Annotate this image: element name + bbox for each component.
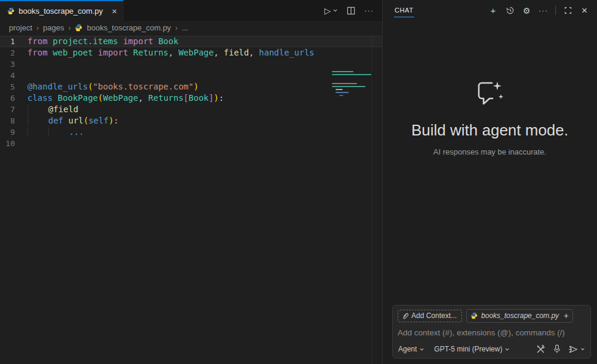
- send-icon: [568, 345, 578, 354]
- code-line[interactable]: 5@handle_urls("books.toscrape.com"): [0, 81, 382, 92]
- line-number: 8: [0, 115, 27, 127]
- maximize-panel-button[interactable]: [561, 4, 574, 17]
- input-action-icons: [536, 344, 585, 354]
- editor-pane: books_toscrape_com.py × ▷ ···: [0, 0, 382, 364]
- empty-state-heading: Build with agent mode.: [383, 121, 597, 140]
- expand-icon: [564, 7, 572, 14]
- close-panel-button[interactable]: ×: [578, 4, 591, 17]
- context-row: Add Context... books_toscrape_com.py +: [398, 309, 586, 323]
- breadcrumb-pages[interactable]: pages: [43, 23, 64, 32]
- run-python-file-button[interactable]: ▷: [324, 6, 338, 16]
- line-number: 10: [0, 138, 27, 149]
- chat-header-actions: + ⚙ ···: [487, 4, 591, 17]
- mode-picker-label: Agent: [398, 345, 417, 353]
- breadcrumb-filename[interactable]: books_toscrape_com.py: [87, 23, 171, 32]
- split-editor-icon: [347, 7, 355, 15]
- chat-prompt-input[interactable]: Add context (#), extensions (@), command…: [398, 328, 586, 337]
- minimap[interactable]: [332, 71, 373, 101]
- code-editor[interactable]: 1from project.items import Book2from web…: [0, 35, 382, 149]
- chat-history-button[interactable]: [503, 4, 516, 17]
- chat-settings-button[interactable]: ⚙: [520, 4, 533, 17]
- code-line[interactable]: 9 ...: [0, 127, 382, 138]
- line-number: 6: [0, 92, 27, 104]
- tab-chat[interactable]: CHAT: [394, 4, 414, 17]
- tab-close-icon[interactable]: ×: [112, 7, 117, 16]
- code-line[interactable]: 3: [0, 58, 382, 70]
- divider: [555, 6, 556, 15]
- chat-header: CHAT + ⚙ ···: [383, 0, 597, 21]
- breadcrumb: project › pages › books_toscrape_com.py …: [0, 21, 382, 35]
- breadcrumb-separator: ›: [175, 24, 177, 32]
- model-picker-label: GPT-5 mini (Preview): [434, 345, 502, 353]
- line-number: 1: [0, 36, 27, 47]
- code-line[interactable]: 8 def url(self):: [0, 115, 382, 127]
- line-number: 2: [0, 47, 27, 58]
- breadcrumb-separator: ›: [68, 24, 70, 32]
- chat-input-box[interactable]: Add Context... books_toscrape_com.py + A…: [392, 305, 591, 359]
- tools-icon: [536, 344, 546, 354]
- code-lines: 1from project.items import Book2from web…: [0, 36, 382, 149]
- tab-label: books_toscrape_com.py: [19, 7, 103, 16]
- breadcrumb-symbol[interactable]: ...: [181, 23, 188, 32]
- breadcrumb-project[interactable]: project: [9, 23, 32, 32]
- editor-scrollbar[interactable]: [371, 35, 372, 364]
- code-line[interactable]: 10: [0, 138, 382, 149]
- mode-picker[interactable]: Agent: [398, 345, 424, 353]
- editor-actions: ▷ ···: [324, 0, 374, 21]
- chevron-down-icon: [333, 8, 338, 13]
- plus-icon: +: [491, 5, 496, 16]
- code-line[interactable]: 1from project.items import Book: [0, 36, 382, 47]
- add-context-button[interactable]: Add Context...: [398, 310, 462, 322]
- vscode-window: books_toscrape_com.py × ▷ ···: [0, 0, 597, 364]
- line-number: 9: [0, 127, 27, 138]
- chat-panel: CHAT + ⚙ ···: [382, 0, 597, 364]
- chat-more-actions-button[interactable]: ···: [537, 4, 550, 17]
- chat-empty-state: Build with agent mode. AI responses may …: [383, 78, 597, 156]
- microphone-icon: [553, 344, 561, 354]
- model-picker[interactable]: GPT-5 mini (Preview): [434, 345, 510, 353]
- history-icon: [506, 6, 515, 15]
- line-number: 3: [0, 58, 27, 70]
- split-editor-button[interactable]: [347, 7, 355, 15]
- python-icon: [7, 7, 14, 16]
- code-line[interactable]: 6class BookPage(WebPage, Returns[Book]):: [0, 92, 382, 104]
- code-line[interactable]: 2from web_poet import Returns, WebPage, …: [0, 47, 382, 58]
- send-button[interactable]: [568, 345, 585, 354]
- editor-tab-bar: books_toscrape_com.py × ▷ ···: [0, 0, 382, 21]
- chevron-down-icon: [504, 347, 510, 352]
- code-line[interactable]: 7 @field: [0, 104, 382, 115]
- chevron-down-icon: [580, 347, 585, 351]
- empty-state-subtext: AI responses may be inaccurate.: [383, 147, 597, 156]
- python-icon: [75, 24, 82, 32]
- run-icon: ▷: [324, 6, 331, 16]
- new-chat-button[interactable]: +: [487, 4, 500, 17]
- breadcrumb-separator: ›: [36, 24, 39, 32]
- add-file-context-icon[interactable]: +: [562, 311, 568, 320]
- paperclip-icon: [402, 312, 408, 320]
- ellipsis-icon: ···: [538, 6, 548, 15]
- line-number: 7: [0, 104, 27, 115]
- close-icon: ×: [581, 5, 587, 17]
- voice-chat-button[interactable]: [553, 344, 561, 354]
- configure-tools-button[interactable]: [536, 344, 546, 354]
- line-number: 5: [0, 81, 27, 92]
- current-file-pill[interactable]: books_toscrape_com.py +: [466, 309, 573, 323]
- editor-more-actions-button[interactable]: ···: [364, 6, 374, 15]
- chevron-down-icon: [419, 347, 424, 352]
- chat-sparkle-icon: [473, 78, 507, 109]
- code-line[interactable]: 4: [0, 70, 382, 81]
- line-number: 4: [0, 70, 27, 81]
- current-file-name: books_toscrape_com.py: [481, 311, 559, 320]
- gear-icon: ⚙: [523, 6, 531, 16]
- add-context-label: Add Context...: [411, 311, 457, 320]
- chat-controls-row: Agent GPT-5 mini (Preview): [398, 344, 585, 354]
- tab-books-toscrape-com-py[interactable]: books_toscrape_com.py ×: [0, 0, 124, 21]
- python-icon: [470, 312, 478, 319]
